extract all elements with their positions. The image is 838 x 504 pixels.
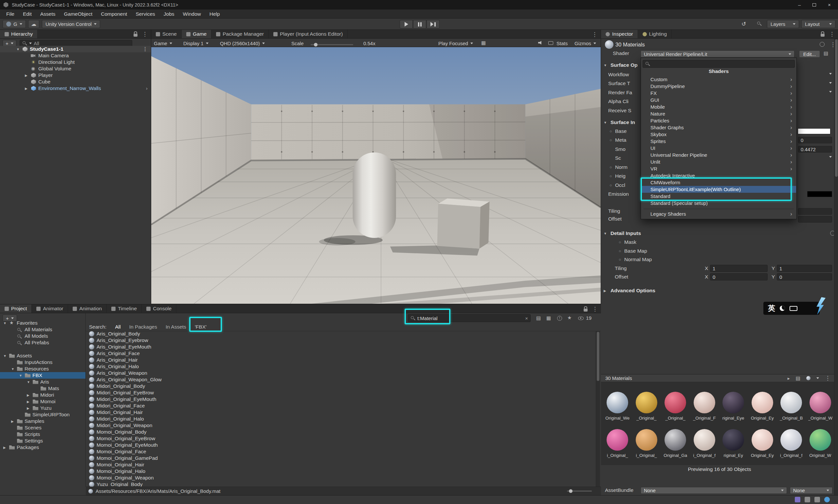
asset-row[interactable]: Aris_Original_Hair <box>86 357 596 363</box>
search-scope-option[interactable]: In Packages <box>129 324 157 330</box>
material-thumbnail[interactable]: riginal_Ey <box>719 420 748 458</box>
metrics-icon[interactable] <box>548 41 553 45</box>
folder-item[interactable]: InputActions <box>0 359 86 365</box>
material-thumbnail[interactable]: i_Original_f <box>690 420 719 458</box>
menu-item[interactable]: GameObject <box>59 10 96 19</box>
account-button[interactable]: G <box>3 20 26 28</box>
step-button[interactable] <box>427 20 440 29</box>
tiling-row[interactable]: Tiling <box>608 208 620 215</box>
view-tab[interactable]: Package Manager <box>212 30 269 38</box>
menu-item[interactable]: Assets <box>36 10 60 19</box>
expand-arrow-icon[interactable]: ▶ <box>25 87 31 90</box>
tab-inspector[interactable]: Inspector <box>601 30 638 38</box>
folder-item[interactable]: ▶ Midori <box>0 392 86 398</box>
texture-slot-row[interactable]: ○Base Map <box>617 247 652 256</box>
material-thumbnail[interactable]: Original_Ey <box>748 420 777 458</box>
refresh-status-icon[interactable] <box>815 497 820 502</box>
keyboard-icon[interactable] <box>789 306 798 311</box>
results-scrollbar[interactable] <box>596 331 600 487</box>
hierarchy-search-input[interactable]: All <box>20 40 132 47</box>
maximize-button[interactable] <box>813 3 816 6</box>
folder-item[interactable]: ▼ FBX <box>0 372 86 379</box>
favorites-item[interactable]: All Prefabs <box>0 339 86 346</box>
property-row[interactable]: Alpha Cli <box>608 97 632 106</box>
material-thumbnail[interactable]: _Original_ <box>661 383 690 420</box>
cloud-status-icon[interactable] <box>805 497 810 502</box>
assetbundle-variant-dropdown[interactable]: None <box>790 487 833 494</box>
minimize-button[interactable]: – <box>798 2 801 7</box>
shader-menu-item[interactable]: Standard <box>641 193 796 200</box>
game-viewport[interactable] <box>151 47 601 304</box>
search-icon[interactable] <box>757 21 762 26</box>
version-control-button[interactable]: Unity Version Control <box>42 20 100 28</box>
preview-caret-icon[interactable] <box>816 377 819 379</box>
hierarchy-item[interactable]: Global Volume <box>0 66 151 72</box>
shader-menu-item[interactable]: Autodesk Interactive <box>641 172 796 179</box>
shader-menu-item[interactable]: Universal Render Pipeline › <box>641 151 796 158</box>
shader-search-input[interactable] <box>643 60 795 68</box>
row-trailing-icon[interactable]: › <box>146 86 151 91</box>
shader-menu-item[interactable]: Particles › <box>641 117 796 124</box>
folder-item[interactable]: Scenes <box>0 425 86 431</box>
asset-row[interactable]: Midori_Original_Body <box>86 383 596 390</box>
material-thumbnail[interactable]: Original_We <box>603 383 632 420</box>
material-thumbnail[interactable]: i_Original_ <box>603 420 632 458</box>
view-tab[interactable]: Scene <box>151 30 182 38</box>
clear-search-icon[interactable]: × <box>525 316 528 321</box>
folder-item[interactable]: ▶ Packages <box>0 444 86 451</box>
offset-row[interactable]: Offset <box>608 215 622 222</box>
offset-field-fragment[interactable] <box>798 216 832 222</box>
display-dropdown[interactable]: Display 1 <box>183 40 209 47</box>
material-thumbnail[interactable]: _Original_B <box>777 383 806 420</box>
expand-arrow-icon[interactable]: ▶ <box>11 419 17 423</box>
smoothness-source-caret-icon[interactable] <box>829 156 832 158</box>
shader-menu-item[interactable]: Standard (Specular setup) <box>641 200 796 206</box>
vsync-grid-icon[interactable] <box>481 40 486 46</box>
folder-item[interactable]: SimpleURPToon <box>0 411 86 418</box>
help-icon[interactable] <box>820 42 824 47</box>
hierarchy-item[interactable]: Directional Light <box>0 59 151 66</box>
property-row[interactable]: ○Heig <box>608 172 627 181</box>
moon-icon[interactable] <box>780 306 785 311</box>
property-row[interactable]: Receive S <box>608 106 632 115</box>
shader-menu-item[interactable]: Custom › <box>641 76 796 83</box>
bottom-tab[interactable]: Project <box>0 304 32 313</box>
mute-audio-icon[interactable] <box>538 41 543 44</box>
workflow-caret-icon[interactable] <box>829 73 832 75</box>
play-button[interactable] <box>400 20 413 29</box>
expand-arrow-icon[interactable]: ▼ <box>3 321 9 325</box>
shader-menu-item[interactable]: GUI › <box>641 96 796 104</box>
menu-item[interactable]: Component <box>96 10 131 19</box>
info-icon[interactable]: ! <box>557 316 562 321</box>
folder-item[interactable]: ▼ Resources <box>0 365 86 372</box>
property-row[interactable]: Workflow <box>608 70 632 79</box>
favorites-item[interactable]: ▼ Favorites <box>0 320 86 326</box>
hierarchy-add-button[interactable]: + <box>3 40 16 47</box>
folder-item[interactable]: ▶ Samples <box>0 418 86 425</box>
shader-menu-item[interactable]: Skybox › <box>641 131 796 138</box>
panel-menu-icon[interactable] <box>142 31 148 38</box>
asset-row[interactable]: Midori_Original_Weapon <box>86 422 596 429</box>
texture-slot-row[interactable]: ○Normal Map <box>617 255 652 264</box>
shader-menu-item[interactable]: Sprites › <box>641 138 796 145</box>
shader-menu-item[interactable]: UI › <box>641 145 796 151</box>
tiling-field-fragment[interactable] <box>798 208 832 215</box>
search-folder-token[interactable]: 'FBX' <box>195 324 207 330</box>
menu-item[interactable]: File <box>2 10 19 19</box>
layout-button[interactable]: Layout <box>801 20 835 28</box>
bottom-tab[interactable]: Animation <box>68 304 107 313</box>
ime-toolbar[interactable]: 英 <box>763 302 820 315</box>
asset-row[interactable]: Aris_Original_Halo <box>86 363 596 370</box>
hierarchy-item[interactable]: ▶ Environment_Narrow_Walls › <box>0 85 151 92</box>
expand-arrow-icon[interactable]: ▶ <box>3 446 9 449</box>
notification-status-icon[interactable] <box>824 497 830 502</box>
save-search-icon[interactable] <box>567 315 572 321</box>
material-thumbnail[interactable]: Original_Ga <box>661 420 690 458</box>
tab-hierarchy[interactable]: Hierarchy <box>0 30 38 38</box>
lock-icon[interactable] <box>584 309 588 311</box>
detail-offset-x-field[interactable]: 0 <box>710 273 768 281</box>
panel-menu-icon[interactable] <box>592 31 598 38</box>
expand-arrow-icon[interactable]: ▶ <box>27 400 33 403</box>
asset-row[interactable]: Momoi_Original_Body <box>86 429 596 435</box>
shader-dropdown[interactable]: Universal Render Pipeline/Lit <box>641 50 795 58</box>
